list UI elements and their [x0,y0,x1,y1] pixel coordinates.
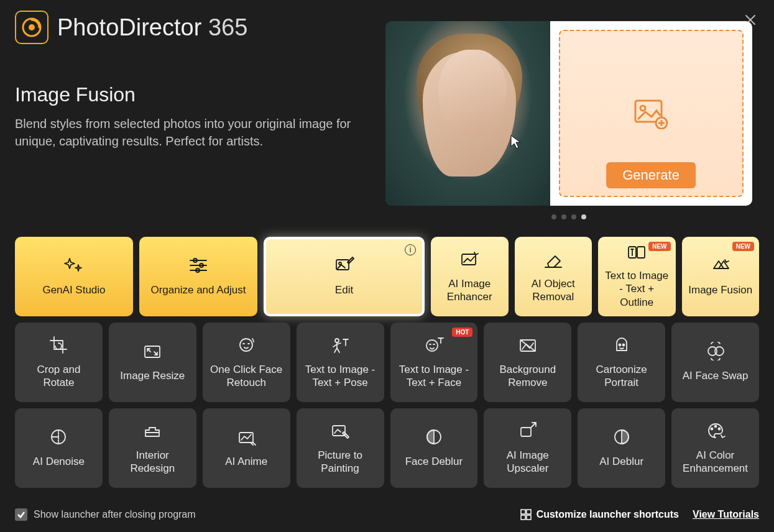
tile-label: Background Remove [490,363,565,390]
tile-cartoonize[interactable]: Cartoonize Portrait [578,323,665,402]
view-tutorials-link[interactable]: View Tutorials [693,509,759,520]
preview-card[interactable]: Generate [385,21,752,206]
tile-label: Cartoonize Portrait [584,363,659,390]
customize-shortcuts-button[interactable]: Customize launcher shortcuts [520,509,679,520]
tile-picture-painting[interactable]: Picture to Painting [297,408,384,488]
sparkles-icon [63,255,85,276]
tile-ai-upscaler[interactable]: AI Image Upscaler [484,408,571,488]
tile-label: Text to Image - Text + Outline [604,269,670,309]
face-retouch-icon [236,334,257,355]
tile-bg-remove[interactable]: Background Remove [484,323,571,402]
tile-label: AI Deblur [599,455,643,468]
painting-icon [329,420,351,441]
tiles-row-2: Crop and RotateImage ResizeOne Click Fac… [15,323,759,402]
tile-ai-image-enhancer[interactable]: AI Image Enhancer [431,237,509,316]
badge-new: NEW [732,242,754,251]
tile-label: AI Face Swap [683,369,749,382]
resize-icon [142,341,163,362]
svg-point-33 [711,428,712,429]
hero-description: Blend styles from selected photos into y… [15,115,363,150]
tile-interior-redesign[interactable]: Interior Redesign [109,408,196,488]
sliders-icon [188,255,209,276]
tile-label: Organize and Adjust [150,283,246,296]
cartoon-icon [611,334,632,355]
tile-face-deblur[interactable]: Face Deblur [390,408,478,488]
app-name: PhotoDirector [57,14,201,40]
tile-face-swap[interactable]: AI Face Swap [671,323,759,402]
tile-ai-denoise[interactable]: AI Denoise [15,408,103,488]
tiles-row-3: AI DenoiseInterior RedesignAI AnimePictu… [15,408,759,488]
edit-image-icon [334,255,355,276]
generate-button[interactable]: Generate [606,162,696,188]
hero-text: Image Fusion Blend styles from selected … [15,83,363,219]
badge-hot: HOT [452,328,472,337]
svg-point-34 [714,425,716,427]
svg-point-18 [240,339,252,351]
tile-ai-object-removal[interactable]: AI Object Removal [515,237,592,316]
show-launcher-checkbox[interactable] [15,508,27,521]
deblur2-icon [611,426,632,447]
tiles-row-featured: GenAI StudioOrganize and AdjustEditiAI I… [15,237,759,316]
tile-tti-face[interactable]: Text to Image - Text + FaceHOT [390,323,478,402]
tile-label: Edit [335,283,353,296]
deblur-icon [423,426,445,447]
tile-ai-deblur[interactable]: AI Deblur [578,408,665,488]
svg-rect-16 [637,247,645,258]
tile-label: AI Color Enhancement [678,449,753,475]
tile-image-fusion[interactable]: Image FusionNEW [682,237,760,316]
image-plus-icon [633,98,669,129]
interior-icon [142,420,163,441]
svg-point-23 [619,344,620,346]
tile-label: Image Fusion [688,283,752,296]
hero: Image Fusion Blend styles from selected … [15,83,759,219]
enhance-icon [459,249,480,270]
upscale-icon [517,420,538,441]
svg-point-19 [335,339,339,342]
tile-text-to-image-outline[interactable]: Text to Image - Text + OutlineNEW [598,237,676,316]
tile-face-retouch[interactable]: One Click Face Retouch [203,323,290,402]
pager-dot-1[interactable] [561,214,566,219]
hero-pager[interactable] [551,214,586,219]
pager-dot-2[interactable] [571,214,576,219]
info-icon[interactable]: i [405,244,416,255]
eraser-icon [543,249,564,270]
tile-label: AI Image Upscaler [490,449,565,475]
app-logo [15,11,48,44]
tile-tti-pose[interactable]: Text to Image - Text + Pose [297,323,384,402]
footer: Show launcher after closing program Cust… [15,500,759,521]
tile-label: Text to Image - Text + Face [397,363,472,390]
tile-label: Text to Image - Text + Pose [303,363,378,390]
tile-label: AI Image Enhancer [437,277,502,304]
tile-organize-adjust[interactable]: Organize and Adjust [139,237,257,316]
tile-label: AI Anime [225,455,267,468]
tile-image-resize[interactable]: Image Resize [109,323,196,402]
app-edition: 365 [208,14,247,40]
show-launcher-label: Show launcher after closing program [34,509,196,520]
tile-label: GenAI Studio [42,283,105,296]
tile-label: Interior Redesign [115,449,190,475]
fusion-icon [710,255,731,276]
svg-rect-39 [527,515,531,520]
svg-rect-37 [527,510,531,514]
pager-dot-0[interactable] [551,214,556,219]
tile-label: Face Deblur [405,455,463,468]
drop-zone[interactable]: Generate [559,30,744,197]
preview-source-image [385,21,550,206]
app-title: PhotoDirector 365 [57,14,247,41]
svg-rect-38 [521,515,525,520]
svg-point-3 [640,106,645,111]
svg-point-24 [622,344,624,346]
tile-genai-studio[interactable]: GenAI Studio [15,237,133,316]
tile-ai-color[interactable]: AI Color Enhancement [671,408,759,488]
pose-icon [329,334,351,355]
cursor-icon [510,134,522,149]
customize-shortcuts-label: Customize launcher shortcuts [537,509,679,520]
pager-dot-3[interactable] [581,214,586,219]
tile-label: Image Resize [120,369,185,382]
tile-edit[interactable]: Editi [264,237,425,316]
bg-remove-icon [517,334,538,355]
tile-crop-rotate[interactable]: Crop and Rotate [15,323,103,402]
face-swap-icon [705,341,726,362]
tile-ai-anime[interactable]: AI Anime [203,408,290,488]
anime-icon [236,426,257,447]
